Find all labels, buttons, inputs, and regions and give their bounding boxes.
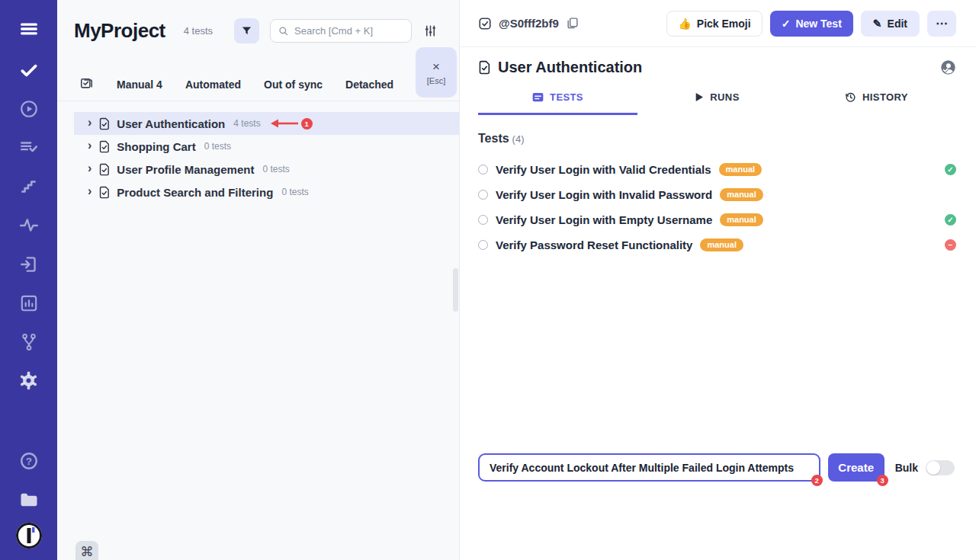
pencil-icon: ✎ (873, 18, 882, 30)
tests-section-title: Tests(4) (478, 132, 956, 146)
app-window: ? MyProject 4 tests (0, 0, 976, 560)
tab-detached[interactable]: Detached (345, 78, 393, 91)
tests-card-icon (532, 92, 544, 102)
steps-nav-icon[interactable] (0, 167, 57, 206)
app-logo[interactable] (14, 519, 43, 552)
suite-row-user-authentication[interactable]: › User Authentication 4 tests 1 (74, 112, 459, 135)
icon-rail: ? (0, 0, 57, 560)
analytics-nav-icon[interactable] (0, 283, 57, 322)
status-passed-icon: ✓ (945, 214, 956, 226)
status-blocked-icon: − (945, 239, 956, 251)
annotation-badge-2: 2 (811, 475, 823, 486)
tab-automated[interactable]: Automated (185, 78, 241, 91)
manual-badge: manual (719, 163, 762, 176)
chevron-right-icon[interactable]: › (88, 162, 92, 174)
import-nav-icon[interactable] (0, 245, 57, 283)
search-icon (278, 26, 289, 37)
annotation-badge-1: 1 (301, 118, 313, 130)
manual-badge: manual (700, 238, 743, 251)
new-test-title-input[interactable] (478, 453, 820, 482)
status-passed-icon: ✓ (945, 164, 956, 175)
suite-detail-panel: @S0fff2bf9 👍 Pick Emoji ✓ New Test ✎ Edi… (460, 0, 976, 560)
test-row[interactable]: Verify User Login with Valid Credentials… (478, 157, 956, 182)
chevron-right-icon[interactable]: › (88, 185, 92, 197)
suite-id: @S0fff2bf9 (499, 17, 559, 30)
new-test-button[interactable]: ✓ New Test (770, 11, 853, 37)
esc-hint-label: [Esc] (427, 76, 445, 85)
project-title: MyProject (74, 19, 165, 43)
activity-nav-icon[interactable] (0, 206, 57, 245)
detail-topbar: @S0fff2bf9 👍 Pick Emoji ✓ New Test ✎ Edi… (460, 0, 976, 47)
plans-nav-icon[interactable] (0, 128, 57, 167)
test-radio[interactable] (478, 215, 488, 225)
tab-manual[interactable]: Manual 4 (117, 78, 162, 91)
more-options-button[interactable]: ⋯ (927, 11, 956, 37)
help-icon[interactable]: ? (0, 441, 57, 480)
panel-scrollbar[interactable] (453, 268, 458, 312)
tests-nav-icon[interactable] (0, 50, 57, 89)
test-radio[interactable] (478, 190, 488, 200)
suite-row-shopping-cart[interactable]: › Shopping Cart 0 tests (74, 135, 459, 158)
copy-icon[interactable] (566, 17, 579, 30)
branches-nav-icon[interactable] (0, 322, 57, 361)
suites-panel: MyProject 4 tests (57, 0, 460, 560)
suite-doc-icon (98, 186, 110, 199)
annotation-badge-3: 3 (877, 475, 888, 486)
test-row[interactable]: Verify User Login with Invalid Password … (478, 182, 956, 207)
test-radio[interactable] (478, 165, 488, 174)
test-row[interactable]: Verify Password Reset Functionality manu… (478, 232, 956, 258)
history-clock-icon (845, 91, 856, 103)
create-test-row: 2 Create 3 Bulk (478, 453, 955, 482)
tab-runs[interactable]: RUNS (637, 91, 797, 115)
filter-button[interactable] (234, 18, 259, 43)
bulk-label: Bulk (895, 462, 918, 474)
funnel-icon (241, 25, 252, 37)
edit-button[interactable]: ✎ Edit (861, 11, 920, 37)
sliders-icon[interactable] (423, 24, 438, 38)
play-icon (695, 92, 704, 102)
suite-doc-icon (98, 163, 110, 176)
suite-title-row: User Authentication (478, 59, 956, 76)
tests-section-count: (4) (512, 133, 525, 145)
suite-row-product-search-and-filtering[interactable]: › Product Search and Filtering 0 tests (74, 181, 459, 203)
menu-icon[interactable] (0, 8, 57, 50)
suite-filter-tabs: Manual 4 Automated Out of sync Detached (57, 68, 459, 101)
thumbs-up-emoji-icon: 👍 (678, 18, 691, 30)
bulk-toggle[interactable] (926, 460, 955, 475)
task-check-icon (478, 17, 492, 30)
manual-badge: manual (720, 213, 763, 226)
manual-badge: manual (720, 188, 763, 201)
chevron-right-icon[interactable]: › (88, 139, 92, 152)
close-icon[interactable]: × (432, 60, 440, 73)
suite-doc-icon (98, 140, 110, 153)
topbar-actions: 👍 Pick Emoji ✓ New Test ✎ Edit ⋯ (666, 11, 956, 37)
chevron-right-icon[interactable]: › (88, 117, 92, 129)
suites-panel-header: MyProject 4 tests (57, 0, 459, 43)
test-radio[interactable] (478, 240, 488, 250)
suites-tree: › User Authentication 4 tests 1 › Shoppi… (57, 112, 459, 203)
project-tests-count: 4 tests (184, 25, 213, 37)
pick-emoji-button[interactable]: 👍 Pick Emoji (666, 11, 762, 37)
runs-nav-icon[interactable] (0, 89, 57, 128)
settings-gear-icon[interactable] (0, 361, 57, 400)
search-box[interactable] (270, 19, 412, 43)
tab-tests[interactable]: TESTS (478, 91, 637, 115)
suite-id-cluster: @S0fff2bf9 (478, 17, 579, 30)
assignee-avatar-icon[interactable] (940, 59, 956, 75)
check-icon: ✓ (782, 18, 791, 30)
test-list: Verify User Login with Valid Credentials… (478, 157, 956, 258)
close-search-popover[interactable]: × [Esc] (416, 47, 457, 98)
suite-doc-icon (98, 117, 110, 130)
multi-select-icon[interactable] (79, 77, 94, 91)
suite-row-user-profile-management[interactable]: › User Profile Management 0 tests (74, 158, 459, 181)
detail-tabs: TESTS RUNS HISTORY (478, 91, 956, 115)
annotation-arrow-1: 1 (269, 118, 313, 130)
test-row[interactable]: Verify User Login with Empty Username ma… (478, 207, 956, 232)
suite-title: User Authentication (498, 59, 642, 76)
projects-folder-icon[interactable] (0, 480, 57, 519)
command-key-hint[interactable]: ⌘ (75, 541, 98, 560)
create-button[interactable]: Create (828, 453, 884, 482)
search-input[interactable] (294, 25, 403, 37)
tab-history[interactable]: HISTORY (797, 91, 956, 115)
tab-out-of-sync[interactable]: Out of sync (264, 78, 323, 91)
